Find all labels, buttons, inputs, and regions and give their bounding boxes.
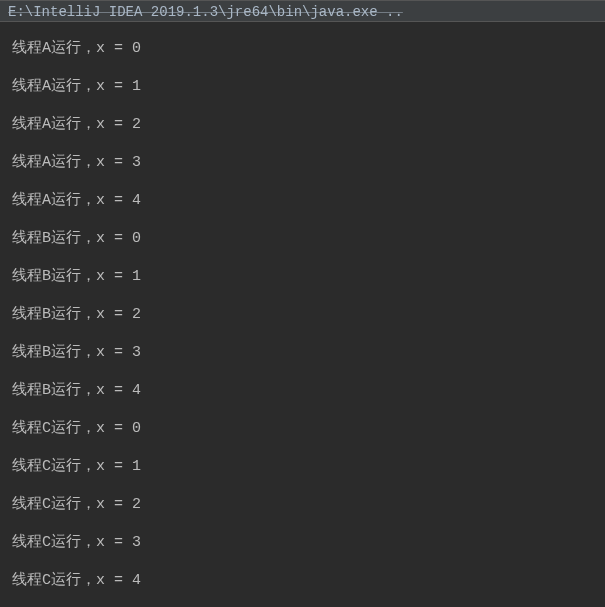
- output-line: 线程B运行，x = 2: [12, 296, 593, 334]
- console-output-area[interactable]: 线程A运行，x = 0 线程A运行，x = 1 线程A运行，x = 2 线程A运…: [0, 22, 605, 607]
- output-line: 线程B运行，x = 1: [12, 258, 593, 296]
- output-line: 线程C运行，x = 3: [12, 524, 593, 562]
- output-line: 线程B运行，x = 4: [12, 372, 593, 410]
- output-line: 线程A运行，x = 1: [12, 68, 593, 106]
- output-line: 线程A运行，x = 0: [12, 30, 593, 68]
- output-line: 线程A运行，x = 2: [12, 106, 593, 144]
- output-line: 线程A运行，x = 4: [12, 182, 593, 220]
- console-container: E:\IntelliJ IDEA 2019.1.3\jre64\bin\java…: [0, 0, 605, 607]
- output-line: 线程B运行，x = 3: [12, 334, 593, 372]
- output-line: 线程B运行，x = 0: [12, 220, 593, 258]
- output-line: 线程C运行，x = 4: [12, 562, 593, 600]
- output-line: 线程A运行，x = 3: [12, 144, 593, 182]
- output-line: 线程C运行，x = 2: [12, 486, 593, 524]
- output-line: 线程C运行，x = 1: [12, 448, 593, 486]
- output-line: 线程C运行，x = 0: [12, 410, 593, 448]
- command-header: E:\IntelliJ IDEA 2019.1.3\jre64\bin\java…: [0, 0, 605, 22]
